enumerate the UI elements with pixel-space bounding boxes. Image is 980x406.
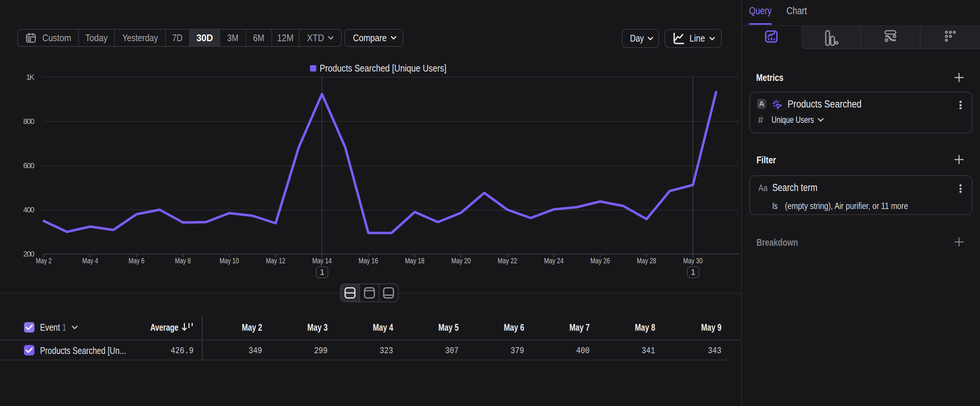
svg-text:May 8: May 8 [175,256,191,265]
svg-text:800: 800 [23,117,35,126]
svg-text:May 10: May 10 [220,256,239,265]
svg-text:May 12: May 12 [266,256,285,265]
svg-text:May 2: May 2 [36,256,52,265]
svg-text:May 30: May 30 [683,256,703,265]
svg-text:May 16: May 16 [359,256,378,265]
svg-text:1: 1 [320,267,324,277]
svg-text:200: 200 [23,250,35,258]
svg-text:May 26: May 26 [590,256,610,265]
svg-text:May 22: May 22 [498,256,517,265]
svg-text:May 28: May 28 [637,256,656,265]
svg-text:1: 1 [690,267,695,277]
svg-text:May 14: May 14 [312,256,332,265]
svg-text:May 4: May 4 [82,256,99,265]
svg-text:May 6: May 6 [129,256,145,265]
svg-text:May 18: May 18 [405,256,425,265]
svg-text:May 20: May 20 [452,256,471,265]
svg-text:600: 600 [23,161,35,170]
svg-text:400: 400 [23,205,35,214]
svg-text:1K: 1K [26,73,35,81]
svg-text:May 24: May 24 [544,256,564,265]
